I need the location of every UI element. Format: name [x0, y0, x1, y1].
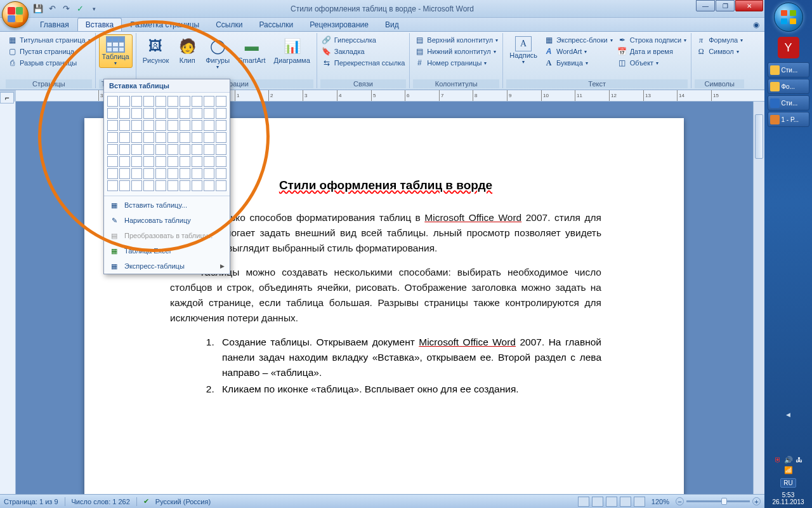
- save-icon[interactable]: 💾: [32, 3, 44, 15]
- page-number-button[interactable]: #Номер страницы ▾: [413, 57, 499, 69]
- picture-button[interactable]: 🖼Рисунок: [140, 34, 173, 66]
- tray-network-icon[interactable]: 🖧: [796, 456, 802, 464]
- grid-cell[interactable]: [155, 132, 166, 143]
- grid-cell[interactable]: [119, 108, 130, 119]
- taskbar-item[interactable]: 1 - Р...: [768, 112, 809, 127]
- insert-table-menu-item[interactable]: ▦Вставить таблицу...: [104, 197, 230, 213]
- grid-cell[interactable]: [180, 180, 190, 191]
- grid-cell[interactable]: [167, 96, 178, 107]
- dropcap-button[interactable]: AБуквица ▾: [542, 57, 614, 69]
- grid-cell[interactable]: [204, 96, 214, 107]
- grid-cell[interactable]: [167, 132, 178, 143]
- help-icon[interactable]: ◉: [748, 18, 764, 31]
- clipart-button[interactable]: 🧑Клип: [174, 34, 200, 66]
- quick-tables-menu-item[interactable]: ▦Экспресс-таблицы▶: [104, 258, 230, 274]
- grid-cell[interactable]: [192, 144, 202, 155]
- grid-cell[interactable]: [131, 120, 142, 131]
- signature-line-button[interactable]: ✒Строка подписи ▾: [616, 34, 688, 46]
- header-button[interactable]: ▤Верхний колонтитул ▾: [413, 34, 499, 46]
- grid-cell[interactable]: [216, 180, 226, 191]
- tab-page-layout[interactable]: Разметка страницы: [122, 18, 207, 31]
- status-page[interactable]: Страница: 1 из 9: [4, 498, 58, 505]
- qat-customize-icon[interactable]: ▾: [88, 3, 100, 15]
- tab-view[interactable]: Вид: [377, 18, 407, 31]
- grid-cell[interactable]: [180, 108, 190, 119]
- grid-cell[interactable]: [216, 120, 226, 131]
- grid-cell[interactable]: [180, 96, 190, 107]
- grid-cell[interactable]: [192, 180, 202, 191]
- grid-cell[interactable]: [131, 168, 142, 179]
- grid-cell[interactable]: [107, 144, 118, 155]
- grid-cell[interactable]: [155, 108, 166, 119]
- grid-cell[interactable]: [143, 156, 154, 167]
- blank-page-button[interactable]: ▢Пустая страница: [6, 46, 92, 57]
- taskbar-item[interactable]: Фо...: [768, 79, 809, 94]
- grid-cell[interactable]: [131, 108, 142, 119]
- hyperlink-button[interactable]: 🔗Гиперссылка: [320, 34, 407, 46]
- grid-cell[interactable]: [155, 156, 166, 167]
- grid-cell[interactable]: [107, 180, 118, 191]
- grid-cell[interactable]: [155, 168, 166, 179]
- grid-cell[interactable]: [167, 168, 178, 179]
- grid-cell[interactable]: [204, 132, 214, 143]
- grid-cell[interactable]: [216, 96, 226, 107]
- tab-mailings[interactable]: Рассылки: [251, 18, 301, 31]
- table-size-grid[interactable]: [104, 93, 230, 194]
- grid-cell[interactable]: [131, 96, 142, 107]
- grid-cell[interactable]: [143, 180, 154, 191]
- chart-button[interactable]: 📊Диаграмма: [271, 34, 313, 66]
- grid-cell[interactable]: [119, 180, 130, 191]
- minimize-button[interactable]: —: [696, 0, 715, 11]
- grid-cell[interactable]: [216, 144, 226, 155]
- grid-cell[interactable]: [216, 168, 226, 179]
- spelling-status-icon[interactable]: ✔: [143, 497, 149, 505]
- grid-cell[interactable]: [167, 156, 178, 167]
- redo-icon[interactable]: ↷: [60, 3, 72, 15]
- grid-cell[interactable]: [167, 180, 178, 191]
- bookmark-button[interactable]: 🔖Закладка: [320, 46, 407, 57]
- grid-cell[interactable]: [192, 156, 202, 167]
- grid-cell[interactable]: [143, 132, 154, 143]
- grid-cell[interactable]: [119, 144, 130, 155]
- object-button[interactable]: ◫Объект ▾: [616, 57, 688, 69]
- table-button[interactable]: Таблица ▾: [99, 34, 133, 68]
- symbol-button[interactable]: ΩСимвол ▾: [695, 46, 744, 57]
- grid-cell[interactable]: [131, 132, 142, 143]
- language-indicator[interactable]: RU: [780, 478, 796, 488]
- grid-cell[interactable]: [143, 96, 154, 107]
- grid-cell[interactable]: [167, 108, 178, 119]
- grid-cell[interactable]: [216, 132, 226, 143]
- grid-cell[interactable]: [119, 132, 130, 143]
- grid-cell[interactable]: [204, 168, 214, 179]
- view-full-screen-icon[interactable]: [592, 497, 603, 507]
- smartart-button[interactable]: ▬SmartArt: [235, 34, 268, 66]
- grid-cell[interactable]: [180, 132, 190, 143]
- grid-cell[interactable]: [180, 168, 190, 179]
- tab-references[interactable]: Ссылки: [207, 18, 251, 31]
- grid-cell[interactable]: [131, 156, 142, 167]
- tab-home[interactable]: Главная: [32, 18, 77, 31]
- tab-insert[interactable]: Вставка: [77, 18, 122, 31]
- grid-cell[interactable]: [107, 132, 118, 143]
- grid-cell[interactable]: [107, 168, 118, 179]
- view-outline-icon[interactable]: [620, 497, 631, 507]
- zoom-out-icon[interactable]: −: [676, 497, 684, 505]
- quickparts-button[interactable]: ▦Экспресс-блоки ▾: [542, 34, 614, 46]
- grid-cell[interactable]: [180, 144, 190, 155]
- grid-cell[interactable]: [204, 156, 214, 167]
- tab-review[interactable]: Рецензирование: [301, 18, 377, 31]
- excel-table-menu-item[interactable]: ▦Таблица Excel: [104, 243, 230, 258]
- grid-cell[interactable]: [143, 168, 154, 179]
- grid-cell[interactable]: [192, 108, 202, 119]
- grid-cell[interactable]: [107, 120, 118, 131]
- view-web-layout-icon[interactable]: [606, 497, 617, 507]
- tray-signal-icon[interactable]: 📶: [784, 466, 793, 474]
- cover-page-button[interactable]: ▦Титульная страница ▾: [6, 34, 92, 46]
- vertical-scrollbar[interactable]: [753, 102, 764, 494]
- scrollbar-thumb[interactable]: [755, 114, 763, 159]
- equation-button[interactable]: πФормула ▾: [695, 34, 744, 46]
- grid-cell[interactable]: [143, 120, 154, 131]
- taskbar-item[interactable]: Сти...: [768, 62, 809, 77]
- crossref-button[interactable]: ⇆Перекрестная ссылка: [320, 57, 407, 69]
- grid-cell[interactable]: [107, 108, 118, 119]
